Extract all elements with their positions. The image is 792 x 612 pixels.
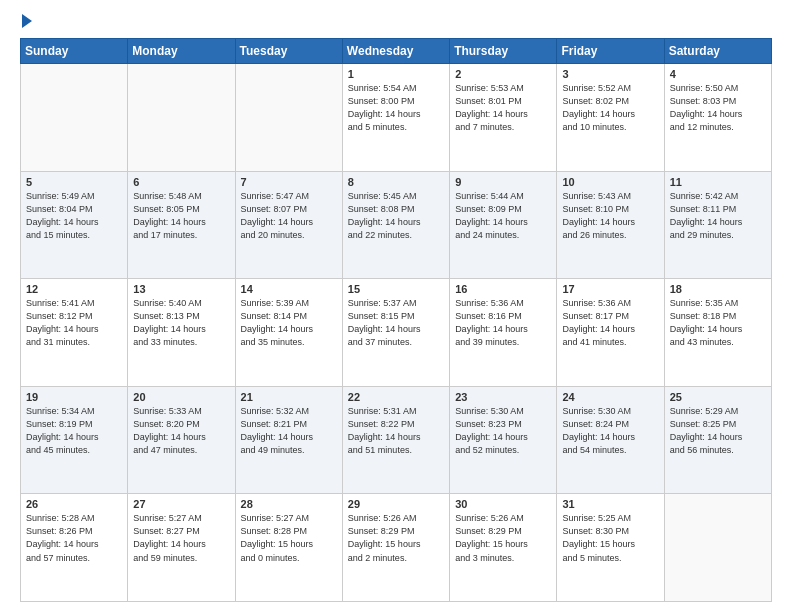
day-info: Sunrise: 5:29 AM Sunset: 8:25 PM Dayligh… (670, 405, 766, 457)
day-info: Sunrise: 5:43 AM Sunset: 8:10 PM Dayligh… (562, 190, 658, 242)
day-number: 28 (241, 498, 337, 510)
logo-arrow-icon (22, 14, 32, 28)
day-number: 25 (670, 391, 766, 403)
calendar-cell: 15Sunrise: 5:37 AM Sunset: 8:15 PM Dayli… (342, 279, 449, 387)
calendar-cell: 23Sunrise: 5:30 AM Sunset: 8:23 PM Dayli… (450, 386, 557, 494)
weekday-header-row: SundayMondayTuesdayWednesdayThursdayFrid… (21, 39, 772, 64)
day-number: 7 (241, 176, 337, 188)
day-number: 30 (455, 498, 551, 510)
day-number: 13 (133, 283, 229, 295)
day-number: 26 (26, 498, 122, 510)
weekday-header-cell: Thursday (450, 39, 557, 64)
weekday-header-cell: Friday (557, 39, 664, 64)
weekday-header-cell: Sunday (21, 39, 128, 64)
calendar-cell: 14Sunrise: 5:39 AM Sunset: 8:14 PM Dayli… (235, 279, 342, 387)
day-number: 2 (455, 68, 551, 80)
day-number: 27 (133, 498, 229, 510)
calendar-cell: 31Sunrise: 5:25 AM Sunset: 8:30 PM Dayli… (557, 494, 664, 602)
day-number: 21 (241, 391, 337, 403)
day-info: Sunrise: 5:48 AM Sunset: 8:05 PM Dayligh… (133, 190, 229, 242)
calendar-cell (235, 64, 342, 172)
calendar-week-row: 5Sunrise: 5:49 AM Sunset: 8:04 PM Daylig… (21, 171, 772, 279)
day-info: Sunrise: 5:42 AM Sunset: 8:11 PM Dayligh… (670, 190, 766, 242)
day-info: Sunrise: 5:30 AM Sunset: 8:24 PM Dayligh… (562, 405, 658, 457)
calendar-cell: 20Sunrise: 5:33 AM Sunset: 8:20 PM Dayli… (128, 386, 235, 494)
day-number: 5 (26, 176, 122, 188)
day-info: Sunrise: 5:35 AM Sunset: 8:18 PM Dayligh… (670, 297, 766, 349)
day-number: 18 (670, 283, 766, 295)
weekday-header-cell: Wednesday (342, 39, 449, 64)
day-info: Sunrise: 5:39 AM Sunset: 8:14 PM Dayligh… (241, 297, 337, 349)
page: SundayMondayTuesdayWednesdayThursdayFrid… (0, 0, 792, 612)
day-number: 17 (562, 283, 658, 295)
calendar-cell: 27Sunrise: 5:27 AM Sunset: 8:27 PM Dayli… (128, 494, 235, 602)
day-info: Sunrise: 5:53 AM Sunset: 8:01 PM Dayligh… (455, 82, 551, 134)
day-info: Sunrise: 5:36 AM Sunset: 8:17 PM Dayligh… (562, 297, 658, 349)
day-info: Sunrise: 5:30 AM Sunset: 8:23 PM Dayligh… (455, 405, 551, 457)
calendar-cell: 24Sunrise: 5:30 AM Sunset: 8:24 PM Dayli… (557, 386, 664, 494)
calendar-cell: 30Sunrise: 5:26 AM Sunset: 8:29 PM Dayli… (450, 494, 557, 602)
day-number: 9 (455, 176, 551, 188)
weekday-header-cell: Tuesday (235, 39, 342, 64)
day-info: Sunrise: 5:49 AM Sunset: 8:04 PM Dayligh… (26, 190, 122, 242)
calendar-cell: 13Sunrise: 5:40 AM Sunset: 8:13 PM Dayli… (128, 279, 235, 387)
day-number: 23 (455, 391, 551, 403)
day-info: Sunrise: 5:40 AM Sunset: 8:13 PM Dayligh… (133, 297, 229, 349)
day-number: 20 (133, 391, 229, 403)
day-info: Sunrise: 5:47 AM Sunset: 8:07 PM Dayligh… (241, 190, 337, 242)
day-number: 12 (26, 283, 122, 295)
day-info: Sunrise: 5:28 AM Sunset: 8:26 PM Dayligh… (26, 512, 122, 564)
day-info: Sunrise: 5:27 AM Sunset: 8:27 PM Dayligh… (133, 512, 229, 564)
calendar-cell: 26Sunrise: 5:28 AM Sunset: 8:26 PM Dayli… (21, 494, 128, 602)
calendar-cell: 5Sunrise: 5:49 AM Sunset: 8:04 PM Daylig… (21, 171, 128, 279)
calendar-cell: 4Sunrise: 5:50 AM Sunset: 8:03 PM Daylig… (664, 64, 771, 172)
day-number: 8 (348, 176, 444, 188)
calendar-cell: 17Sunrise: 5:36 AM Sunset: 8:17 PM Dayli… (557, 279, 664, 387)
day-number: 1 (348, 68, 444, 80)
day-number: 29 (348, 498, 444, 510)
day-number: 22 (348, 391, 444, 403)
logo (20, 16, 32, 28)
calendar-cell: 16Sunrise: 5:36 AM Sunset: 8:16 PM Dayli… (450, 279, 557, 387)
calendar-cell: 10Sunrise: 5:43 AM Sunset: 8:10 PM Dayli… (557, 171, 664, 279)
day-number: 6 (133, 176, 229, 188)
day-info: Sunrise: 5:50 AM Sunset: 8:03 PM Dayligh… (670, 82, 766, 134)
day-info: Sunrise: 5:41 AM Sunset: 8:12 PM Dayligh… (26, 297, 122, 349)
calendar-cell: 21Sunrise: 5:32 AM Sunset: 8:21 PM Dayli… (235, 386, 342, 494)
day-number: 15 (348, 283, 444, 295)
day-info: Sunrise: 5:26 AM Sunset: 8:29 PM Dayligh… (455, 512, 551, 564)
day-number: 16 (455, 283, 551, 295)
calendar-cell (128, 64, 235, 172)
day-info: Sunrise: 5:26 AM Sunset: 8:29 PM Dayligh… (348, 512, 444, 564)
calendar-cell: 3Sunrise: 5:52 AM Sunset: 8:02 PM Daylig… (557, 64, 664, 172)
calendar-cell: 9Sunrise: 5:44 AM Sunset: 8:09 PM Daylig… (450, 171, 557, 279)
calendar: SundayMondayTuesdayWednesdayThursdayFrid… (20, 38, 772, 602)
day-info: Sunrise: 5:37 AM Sunset: 8:15 PM Dayligh… (348, 297, 444, 349)
day-number: 14 (241, 283, 337, 295)
calendar-cell: 22Sunrise: 5:31 AM Sunset: 8:22 PM Dayli… (342, 386, 449, 494)
day-info: Sunrise: 5:32 AM Sunset: 8:21 PM Dayligh… (241, 405, 337, 457)
calendar-cell: 7Sunrise: 5:47 AM Sunset: 8:07 PM Daylig… (235, 171, 342, 279)
day-info: Sunrise: 5:33 AM Sunset: 8:20 PM Dayligh… (133, 405, 229, 457)
day-number: 19 (26, 391, 122, 403)
calendar-cell: 12Sunrise: 5:41 AM Sunset: 8:12 PM Dayli… (21, 279, 128, 387)
calendar-cell: 8Sunrise: 5:45 AM Sunset: 8:08 PM Daylig… (342, 171, 449, 279)
calendar-body: 1Sunrise: 5:54 AM Sunset: 8:00 PM Daylig… (21, 64, 772, 602)
day-info: Sunrise: 5:25 AM Sunset: 8:30 PM Dayligh… (562, 512, 658, 564)
calendar-cell: 18Sunrise: 5:35 AM Sunset: 8:18 PM Dayli… (664, 279, 771, 387)
header (20, 16, 772, 28)
calendar-week-row: 26Sunrise: 5:28 AM Sunset: 8:26 PM Dayli… (21, 494, 772, 602)
calendar-cell: 19Sunrise: 5:34 AM Sunset: 8:19 PM Dayli… (21, 386, 128, 494)
day-number: 24 (562, 391, 658, 403)
day-info: Sunrise: 5:27 AM Sunset: 8:28 PM Dayligh… (241, 512, 337, 564)
day-info: Sunrise: 5:52 AM Sunset: 8:02 PM Dayligh… (562, 82, 658, 134)
calendar-week-row: 1Sunrise: 5:54 AM Sunset: 8:00 PM Daylig… (21, 64, 772, 172)
day-info: Sunrise: 5:31 AM Sunset: 8:22 PM Dayligh… (348, 405, 444, 457)
calendar-cell: 2Sunrise: 5:53 AM Sunset: 8:01 PM Daylig… (450, 64, 557, 172)
calendar-week-row: 19Sunrise: 5:34 AM Sunset: 8:19 PM Dayli… (21, 386, 772, 494)
calendar-cell: 25Sunrise: 5:29 AM Sunset: 8:25 PM Dayli… (664, 386, 771, 494)
calendar-cell: 11Sunrise: 5:42 AM Sunset: 8:11 PM Dayli… (664, 171, 771, 279)
day-number: 11 (670, 176, 766, 188)
day-info: Sunrise: 5:36 AM Sunset: 8:16 PM Dayligh… (455, 297, 551, 349)
day-info: Sunrise: 5:45 AM Sunset: 8:08 PM Dayligh… (348, 190, 444, 242)
